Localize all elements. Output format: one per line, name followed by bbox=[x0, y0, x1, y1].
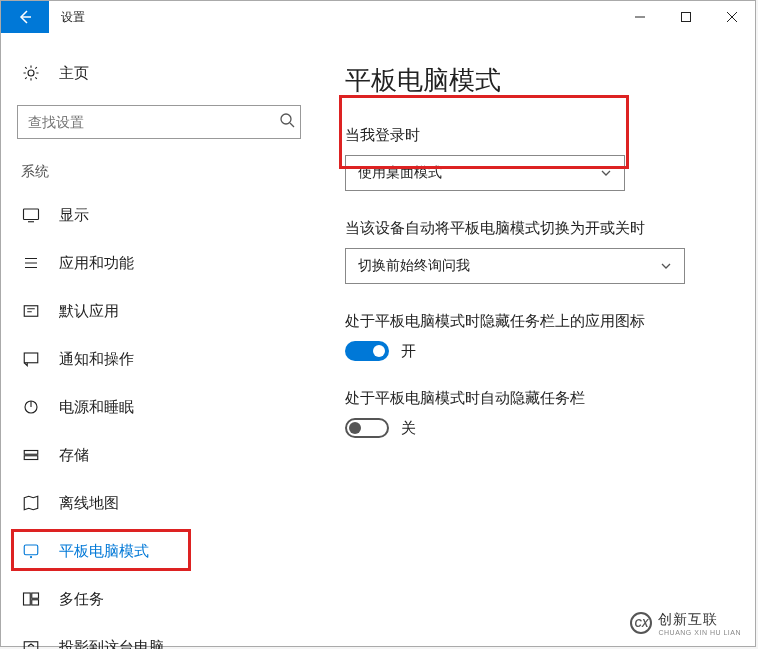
dropdown-value: 切换前始终询问我 bbox=[358, 257, 470, 275]
chevron-down-icon bbox=[600, 167, 612, 179]
chevron-down-icon bbox=[660, 260, 672, 272]
svg-rect-4 bbox=[24, 353, 38, 363]
main-content: 平板电脑模式 当我登录时 使用桌面模式 当该设备自动将平板电脑模式切换为开或关时… bbox=[317, 33, 755, 646]
notification-icon bbox=[22, 350, 40, 368]
sidebar-section-title: 系统 bbox=[21, 163, 297, 181]
close-icon bbox=[727, 12, 737, 22]
sidebar-item-label: 应用和功能 bbox=[59, 254, 134, 273]
list-icon bbox=[22, 254, 40, 272]
power-icon bbox=[22, 398, 40, 416]
toggle-state-label: 关 bbox=[401, 419, 416, 438]
close-button[interactable] bbox=[709, 1, 755, 33]
multitask-icon bbox=[22, 590, 40, 608]
watermark-logo-icon: CX bbox=[630, 612, 652, 634]
search-button[interactable] bbox=[279, 112, 295, 132]
signin-mode-dropdown[interactable]: 使用桌面模式 bbox=[345, 155, 625, 191]
sidebar-item-multitasking[interactable]: 多任务 bbox=[1, 575, 317, 623]
sidebar-item-label: 默认应用 bbox=[59, 302, 119, 321]
setting-hide-app-icons: 处于平板电脑模式时隐藏任务栏上的应用图标 开 bbox=[345, 312, 735, 361]
svg-rect-12 bbox=[32, 600, 39, 605]
sidebar-item-label: 电源和睡眠 bbox=[59, 398, 134, 417]
svg-rect-2 bbox=[24, 209, 39, 220]
svg-rect-8 bbox=[24, 545, 38, 555]
window-title: 设置 bbox=[61, 9, 85, 26]
svg-rect-7 bbox=[24, 456, 38, 460]
sidebar-item-label: 多任务 bbox=[59, 590, 104, 609]
toggle-state-label: 开 bbox=[401, 342, 416, 361]
watermark-text-cn: 创新互联 bbox=[658, 611, 741, 629]
watermark-text-en: CHUANG XIN HU LIAN bbox=[658, 629, 741, 636]
minimize-icon bbox=[635, 12, 645, 22]
back-button[interactable] bbox=[1, 1, 49, 33]
svg-rect-6 bbox=[24, 451, 38, 455]
sidebar-item-storage[interactable]: 存储 bbox=[1, 431, 317, 479]
sidebar-item-label: 通知和操作 bbox=[59, 350, 134, 369]
svg-point-1 bbox=[281, 114, 291, 124]
sidebar-home-label: 主页 bbox=[59, 64, 89, 83]
sidebar-item-default-apps[interactable]: 默认应用 bbox=[1, 287, 317, 335]
sidebar-item-projecting[interactable]: 投影到这台电脑 bbox=[1, 623, 317, 649]
titlebar: 设置 bbox=[1, 1, 755, 33]
hide-app-icons-toggle[interactable] bbox=[345, 341, 389, 361]
sidebar: 主页 系统 显示 应用和功能 默认应 bbox=[1, 33, 317, 646]
sidebar-item-display[interactable]: 显示 bbox=[1, 191, 317, 239]
sidebar-item-tablet-mode[interactable]: 平板电脑模式 bbox=[1, 527, 317, 575]
svg-point-9 bbox=[30, 556, 32, 558]
setting-label: 当该设备自动将平板电脑模式切换为开或关时 bbox=[345, 219, 735, 238]
defaults-icon bbox=[22, 302, 40, 320]
sidebar-item-label: 离线地图 bbox=[59, 494, 119, 513]
setting-auto-hide-taskbar: 处于平板电脑模式时自动隐藏任务栏 关 bbox=[345, 389, 735, 438]
arrow-left-icon bbox=[17, 9, 33, 25]
search-input[interactable] bbox=[17, 105, 301, 139]
sidebar-home[interactable]: 主页 bbox=[1, 53, 317, 93]
svg-rect-3 bbox=[24, 306, 38, 317]
window-body: 主页 系统 显示 应用和功能 默认应 bbox=[1, 33, 755, 646]
setting-auto-switch: 当该设备自动将平板电脑模式切换为开或关时 切换前始终询问我 bbox=[345, 219, 735, 284]
dropdown-value: 使用桌面模式 bbox=[358, 164, 442, 182]
auto-switch-dropdown[interactable]: 切换前始终询问我 bbox=[345, 248, 685, 284]
sidebar-nav: 显示 应用和功能 默认应用 通知和操作 电源和睡眠 bbox=[1, 191, 317, 649]
svg-rect-10 bbox=[24, 593, 31, 605]
window-controls bbox=[617, 1, 755, 33]
minimize-button[interactable] bbox=[617, 1, 663, 33]
sidebar-item-label: 存储 bbox=[59, 446, 89, 465]
storage-icon bbox=[22, 446, 40, 464]
sidebar-item-label: 平板电脑模式 bbox=[59, 542, 149, 561]
sidebar-item-label: 显示 bbox=[59, 206, 89, 225]
search-icon bbox=[279, 112, 295, 128]
setting-label: 处于平板电脑模式时自动隐藏任务栏 bbox=[345, 389, 735, 408]
svg-rect-11 bbox=[32, 593, 39, 598]
project-icon bbox=[22, 638, 40, 649]
svg-rect-13 bbox=[24, 642, 38, 649]
sidebar-item-apps[interactable]: 应用和功能 bbox=[1, 239, 317, 287]
setting-signin-mode: 当我登录时 使用桌面模式 bbox=[345, 126, 735, 191]
sidebar-item-power[interactable]: 电源和睡眠 bbox=[1, 383, 317, 431]
gear-icon bbox=[22, 64, 40, 82]
maximize-icon bbox=[681, 12, 691, 22]
sidebar-item-maps[interactable]: 离线地图 bbox=[1, 479, 317, 527]
setting-label: 当我登录时 bbox=[345, 126, 735, 145]
setting-label: 处于平板电脑模式时隐藏任务栏上的应用图标 bbox=[345, 312, 735, 331]
display-icon bbox=[22, 206, 40, 224]
page-title: 平板电脑模式 bbox=[345, 63, 735, 98]
tablet-icon bbox=[22, 542, 40, 560]
map-icon bbox=[22, 494, 40, 512]
watermark: CX 创新互联 CHUANG XIN HU LIAN bbox=[622, 606, 749, 640]
sidebar-item-label: 投影到这台电脑 bbox=[59, 638, 164, 650]
auto-hide-taskbar-toggle[interactable] bbox=[345, 418, 389, 438]
maximize-button[interactable] bbox=[663, 1, 709, 33]
svg-rect-0 bbox=[682, 13, 691, 22]
sidebar-item-notifications[interactable]: 通知和操作 bbox=[1, 335, 317, 383]
settings-window: 设置 主页 系统 显示 bbox=[0, 0, 756, 647]
